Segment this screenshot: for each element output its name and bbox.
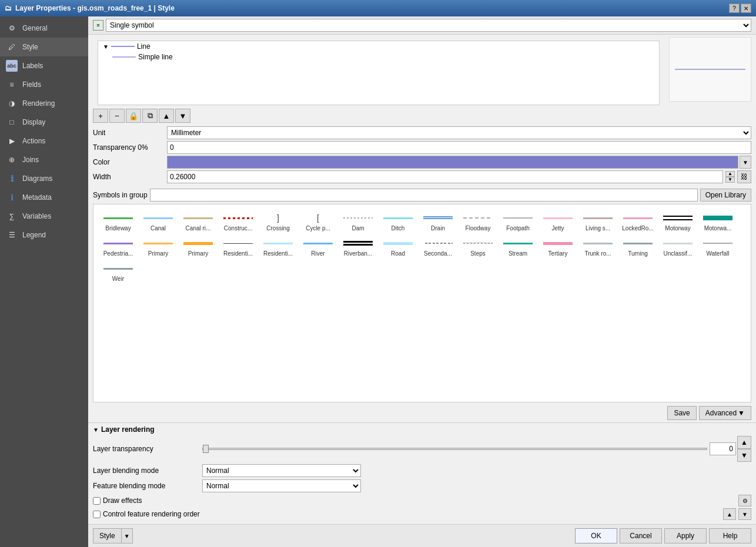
symbol-canal-river[interactable]: Canal ri... (178, 209, 218, 234)
section-toggle[interactable]: ▼ (93, 427, 99, 433)
color-dropdown-button[interactable]: ▼ (740, 156, 751, 169)
symbol-floodway[interactable]: Floodway (458, 209, 498, 234)
transparency-input[interactable] (167, 141, 751, 154)
style-button[interactable]: Style (93, 528, 122, 543)
footer-buttons: OK Cancel Apply Help (575, 528, 751, 543)
sidebar-item-metadata[interactable]: ℹ Metadata (0, 188, 88, 207)
layer-transparency-value[interactable] (710, 442, 736, 455)
duplicate-symbol-button[interactable]: ⧉ (142, 109, 158, 123)
metadata-icon: ℹ (6, 192, 18, 203)
advanced-button[interactable]: Advanced ▼ (699, 406, 751, 420)
symbol-cycle-path[interactable]: [ Cycle p... (298, 209, 338, 234)
control-order-checkbox[interactable] (93, 511, 101, 518)
symbol-river[interactable]: River (298, 234, 338, 260)
width-down-button[interactable]: ▼ (725, 177, 735, 183)
width-link-button[interactable]: ⛓ (737, 170, 751, 183)
sidebar-item-labels[interactable]: abc Labels (0, 56, 88, 75)
sidebar-item-label: Style (22, 43, 38, 51)
symbol-drain[interactable]: Drain (418, 209, 458, 234)
general-icon: ⚙ (6, 22, 18, 34)
sidebar-item-general[interactable]: ⚙ General (0, 19, 88, 38)
layer-transparency-slider[interactable] (202, 448, 707, 450)
sidebar-item-diagrams[interactable]: ℹ Diagrams (0, 169, 88, 188)
symbol-secondary[interactable]: Seconda... (418, 234, 458, 260)
symbol-weir[interactable]: Weir (98, 260, 138, 285)
draw-effects-checkbox[interactable] (93, 497, 101, 505)
width-input[interactable]: 0.26000 (167, 170, 723, 183)
symbol-residential2[interactable]: Residenti... (258, 234, 298, 260)
symbol-primary[interactable]: Primary (138, 234, 178, 260)
sidebar-item-actions[interactable]: ▶ Actions (0, 132, 88, 150)
open-library-button[interactable]: Open Library (700, 189, 751, 202)
remove-symbol-button[interactable]: − (109, 109, 125, 123)
unit-select[interactable]: Millimeter Pixel Point (167, 126, 751, 139)
help-button[interactable]: Help (709, 528, 751, 543)
symbol-road[interactable]: Road (378, 234, 418, 260)
symbol-dam[interactable]: Dam (338, 209, 378, 234)
minimize-button[interactable]: ? (729, 4, 740, 13)
lock-symbol-button[interactable]: 🔒 (126, 109, 141, 123)
control-order-down-button[interactable]: ▼ (738, 508, 751, 520)
sidebar-item-display[interactable]: □ Display (0, 113, 88, 132)
move-up-button[interactable]: ▲ (159, 109, 174, 123)
add-symbol-button[interactable]: + (93, 109, 108, 123)
save-button[interactable]: Save (667, 406, 696, 420)
symbol-riverbank[interactable]: Riverban... (338, 234, 378, 260)
symbol-waterfall[interactable]: Waterfall (698, 234, 738, 260)
symbol-tertiary[interactable]: Tertiary (538, 234, 578, 260)
unit-row: Unit Millimeter Pixel Point (93, 126, 751, 139)
feature-blend-select[interactable]: Normal Multiply Screen Overlay (202, 479, 361, 492)
layer-blend-select[interactable]: Normal Multiply Screen Overlay (202, 464, 361, 477)
symbol-primary2[interactable]: Primary (178, 234, 218, 260)
control-order-up-button[interactable]: ▲ (723, 508, 736, 520)
legend-icon: ☰ (6, 229, 18, 241)
width-up-button[interactable]: ▲ (725, 171, 735, 177)
symbol-living-street[interactable]: Living s... (578, 209, 618, 234)
sidebar-item-joins[interactable]: ⊕ Joins (0, 150, 88, 169)
symbol-tree-item-simple-line[interactable]: Simple line (98, 52, 659, 62)
symbol-jetty[interactable]: Jetty (538, 209, 578, 234)
symbol-ditch[interactable]: Ditch (378, 209, 418, 234)
symbol-locked-road[interactable]: LockedRo... (618, 209, 658, 234)
symbol-motorway[interactable]: Motorway (658, 209, 698, 234)
symbol-residential[interactable]: Residenti... (218, 234, 258, 260)
ok-button[interactable]: OK (575, 528, 617, 543)
close-button[interactable]: ✕ (741, 4, 751, 13)
sidebar-item-label: Legend (22, 231, 46, 239)
fields-icon: ≡ (6, 79, 18, 90)
color-swatch[interactable] (167, 156, 738, 169)
sidebar-item-rendering[interactable]: ◑ Rendering (0, 94, 88, 113)
symbol-turning[interactable]: Turning (618, 234, 658, 260)
layer-blend-row: Layer blending mode Normal Multiply Scre… (93, 464, 751, 477)
symbol-steps[interactable]: Steps (458, 234, 498, 260)
symbol-crossing[interactable]: ] Crossing (258, 209, 298, 234)
cancel-button[interactable]: Cancel (620, 528, 662, 543)
sidebar-item-style[interactable]: 🖊 Style (0, 38, 88, 56)
transparency-down-button[interactable]: ▼ (737, 449, 751, 462)
symbols-group-input[interactable] (150, 189, 698, 202)
symbol-construction[interactable]: Construc... (218, 209, 258, 234)
sidebar-item-fields[interactable]: ≡ Fields (0, 75, 88, 94)
draw-effects-settings-button[interactable]: ⚙ (738, 495, 751, 506)
symbol-canal[interactable]: Canal (138, 209, 178, 234)
apply-button[interactable]: Apply (664, 528, 707, 543)
symbol-unclassified[interactable]: Unclassif... (658, 234, 698, 260)
transparency-up-button[interactable]: ▲ (737, 436, 751, 449)
symbol-type-select[interactable]: Single symbol Categorized Graduated Rule… (106, 19, 751, 32)
symbol-footpath[interactable]: Footpath (498, 209, 538, 234)
symbol-stream[interactable]: Stream (498, 234, 538, 260)
symbol-trunk-road[interactable]: Trunk ro... (578, 234, 618, 260)
sidebar-item-variables[interactable]: ∑ Variables (0, 207, 88, 226)
symbol-pedestrian[interactable]: Pedestria... (98, 234, 138, 260)
style-arrow-button[interactable]: ▼ (122, 528, 133, 543)
sidebar-item-label: Display (22, 118, 45, 126)
symbol-type-icon: ≡ (93, 20, 103, 31)
symbol-grid-container: Bridleway Canal Canal ri... Construc... … (93, 204, 751, 402)
sidebar-item-legend[interactable]: ☰ Legend (0, 226, 88, 244)
control-order-row: Control feature rendering order ▲ ▼ (93, 508, 751, 520)
symbol-motorway2[interactable]: Motorwa... (698, 209, 738, 234)
symbol-tree-item-line[interactable]: ▼ Line (98, 41, 659, 52)
move-down-button[interactable]: ▼ (175, 109, 190, 123)
symbol-bridleway[interactable]: Bridleway (98, 209, 138, 234)
sidebar-item-label: Variables (22, 212, 51, 220)
